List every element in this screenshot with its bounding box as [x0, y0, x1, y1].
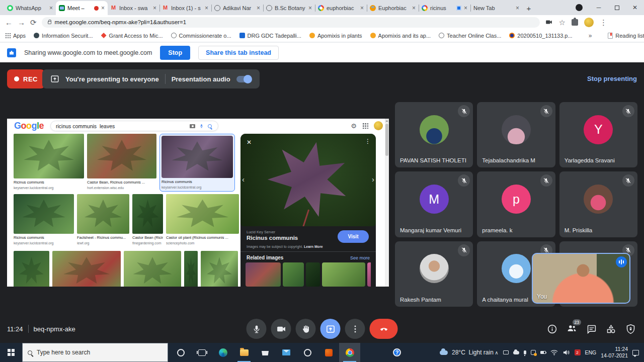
image-result[interactable]: Castor oil plant (Ricinus communis ... s…	[166, 194, 239, 245]
office-button[interactable]	[318, 343, 339, 362]
people-button[interactable]: 23	[567, 323, 577, 335]
raise-hand-button[interactable]	[296, 319, 316, 339]
browser-tab[interactable]: New Tab ×	[470, 1, 522, 15]
present-button[interactable]	[320, 319, 341, 339]
image-thumbnail[interactable]	[52, 251, 121, 287]
meeting-details-icon[interactable]	[547, 324, 557, 334]
reading-list-button[interactable]: Reading list	[608, 33, 644, 39]
minimize-button[interactable]: ─	[590, 0, 608, 15]
image-result[interactable]: Factsheet - Ricinus commu... iewf.org	[77, 194, 129, 245]
chat-button-icon[interactable]	[586, 324, 597, 334]
bookmark-item[interactable]: Apomixis in plants	[309, 33, 362, 39]
image-result[interactable]: Ricinus communis keyserver.lucidcentral.…	[159, 134, 235, 192]
volume-tray-icon[interactable]	[562, 349, 570, 355]
media-indicator-icon[interactable]	[576, 4, 583, 11]
google-apps-grid-icon[interactable]	[362, 123, 368, 129]
edge-button[interactable]	[212, 343, 233, 362]
start-button[interactable]	[0, 343, 22, 362]
camera-button[interactable]	[271, 319, 291, 339]
browser-tab[interactable]: Adikavi Nar ×	[211, 1, 263, 15]
bookmark-apps[interactable]: Apps	[5, 33, 26, 39]
image-thumbnail[interactable]	[367, 262, 371, 287]
participant-tile[interactable]: PAVAN SATISH THOLETI	[395, 102, 473, 167]
browser-tab[interactable]: WhatsApp ×	[4, 1, 56, 15]
store-button[interactable]	[255, 343, 276, 362]
tab-close-icon[interactable]: ×	[412, 5, 416, 11]
end-call-button[interactable]	[370, 319, 398, 339]
preview-menu-icon[interactable]: ⋮	[365, 138, 371, 145]
result-thumbnail[interactable]	[14, 194, 74, 234]
presentation-audio-toggle[interactable]	[236, 76, 252, 82]
close-button[interactable]: ✕	[626, 0, 644, 15]
preview-next-icon[interactable]: ›	[372, 175, 374, 184]
result-thumbnail[interactable]	[14, 134, 84, 178]
back-icon[interactable]: ←	[5, 19, 13, 26]
voice-search-mic-icon[interactable]	[199, 123, 204, 129]
google-search-box[interactable]: ricinus communis leaves	[50, 121, 218, 131]
participant-tile[interactable]: M Mangaraj kumar Vemuri	[395, 171, 473, 237]
forward-icon[interactable]: →	[18, 19, 25, 26]
browser-menu-icon[interactable]: ⋮	[600, 19, 607, 26]
image-thumbnail[interactable]	[14, 251, 49, 287]
bookmark-item[interactable]: Grant Access to Mic...	[101, 33, 163, 39]
participant-tile[interactable]: M. Priskilla	[559, 171, 637, 237]
bookmark-star-icon[interactable]: ☆	[559, 19, 566, 26]
tab-close-icon[interactable]: ×	[49, 5, 53, 11]
visit-button[interactable]: Visit	[338, 230, 369, 243]
teams-tray-icon[interactable]	[531, 350, 536, 355]
image-search-camera-icon[interactable]	[190, 124, 195, 128]
search-magnifier-icon[interactable]	[208, 124, 212, 128]
stop-sharing-button[interactable]: Stop	[160, 46, 190, 60]
stop-presenting-button[interactable]: Stop presenting	[587, 75, 637, 82]
weather-widget[interactable]: 28°C Light rain	[440, 349, 494, 356]
page-scrollbar[interactable]	[385, 119, 389, 287]
tab-close-icon[interactable]: ×	[153, 5, 156, 11]
image-result[interactable]: Ricinus communis keyserver.lucidcentral.…	[14, 134, 84, 192]
image-thumbnail[interactable]	[246, 262, 281, 287]
bookmark-item[interactable]: Commissionerate o...	[171, 33, 231, 39]
tab-close-icon[interactable]: ×	[308, 5, 312, 11]
cortana-button[interactable]	[170, 343, 191, 362]
participant-tile[interactable]: Tejabalachandrika M	[477, 102, 555, 167]
taskbar-clock[interactable]: 11:24 14-07-2021	[601, 346, 628, 359]
result-thumbnail[interactable]	[132, 194, 163, 234]
mail-button[interactable]	[276, 343, 297, 362]
participant-tile[interactable]: p prameela. k	[477, 171, 555, 237]
image-thumbnail[interactable]	[184, 251, 198, 287]
scroll-up-arrow[interactable]	[385, 119, 389, 123]
result-thumbnail[interactable]	[77, 194, 129, 234]
browser-tab[interactable]: Inbox - swa ×	[108, 1, 159, 15]
result-thumbnail[interactable]	[162, 136, 233, 178]
wifi-tray-icon[interactable]	[550, 349, 558, 355]
see-more-link[interactable]: See more	[350, 255, 370, 260]
preview-close-icon[interactable]: ✕	[247, 139, 252, 146]
chrome-button[interactable]	[339, 343, 360, 362]
preview-prev-icon[interactable]: ‹	[242, 175, 245, 184]
learn-more-link[interactable]: Learn More	[304, 245, 323, 248]
action-center-icon[interactable]	[632, 350, 639, 355]
bookmark-item[interactable]: DRG GDC Tadepalli...	[239, 33, 301, 39]
help-button[interactable]: ?	[386, 343, 408, 362]
bookmarks-overflow-chevron[interactable]: »	[589, 32, 592, 39]
browser-tab[interactable]: Meet – ×	[56, 1, 108, 15]
mic-tray-icon[interactable]	[524, 350, 526, 354]
extensions-icon[interactable]	[572, 19, 578, 26]
participant-tile[interactable]: Rakesh Pantam	[395, 241, 473, 307]
taskbar-search-input[interactable]: Type here to search	[22, 343, 168, 362]
onedrive-tray-icon[interactable]	[513, 351, 519, 354]
bookmark-item[interactable]: Teacher Online Clas...	[439, 33, 501, 39]
image-result[interactable]: Castor Bean, Ricinus communis ... hort.e…	[87, 134, 156, 192]
app-ring-button[interactable]	[297, 343, 318, 362]
language-indicator[interactable]: ENG	[585, 349, 597, 355]
tab-close-icon[interactable]: ×	[360, 5, 364, 11]
new-tab-button[interactable]: +	[522, 2, 535, 15]
scrollbar-thumb[interactable]	[385, 124, 388, 156]
settings-gear-icon[interactable]: ⚙	[351, 122, 357, 130]
share-this-tab-instead-button[interactable]: Share this tab instead	[198, 46, 279, 60]
tab-close-icon[interactable]: ×	[205, 5, 208, 11]
tray-overflow-chevron[interactable]: ∧	[495, 350, 498, 355]
browser-tab[interactable]: Inbox (1) - s ×	[159, 1, 211, 15]
tab-close-icon[interactable]: ×	[464, 5, 467, 11]
more-options-button[interactable]	[345, 319, 365, 339]
profile-avatar[interactable]	[584, 18, 594, 27]
